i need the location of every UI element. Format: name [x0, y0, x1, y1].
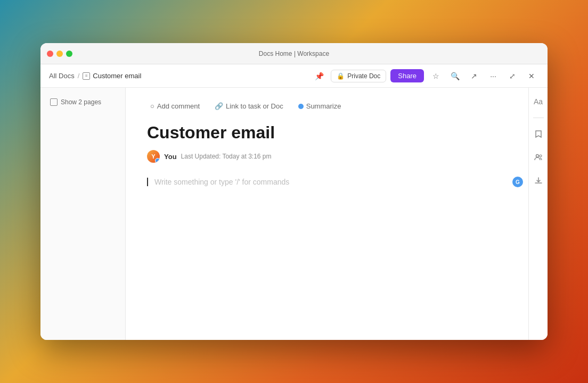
pin-icon-button[interactable]: 📌 — [312, 69, 326, 84]
bookmark-icon — [534, 130, 543, 138]
avatar: Y — [147, 150, 160, 163]
doc-body[interactable]: Write something or type '/' for commands… — [147, 176, 507, 188]
summarize-dot-icon — [298, 104, 304, 109]
window-title: Docs Home | Workspace — [259, 50, 329, 57]
pages-icon — [50, 98, 58, 106]
private-doc-label: Private Doc — [347, 72, 380, 80]
breadcrumb: All Docs / ≡ Customer email — [49, 72, 312, 80]
doc-meta: Y You Last Updated: Today at 3:16 pm — [147, 150, 507, 163]
link-icon: 🔗 — [215, 102, 223, 110]
more-options-button[interactable]: ··· — [486, 69, 501, 84]
format-icon-button[interactable]: Aa — [531, 94, 546, 109]
ai-indicator: G — [512, 177, 523, 187]
link-task-label: Link to task or Doc — [226, 102, 283, 110]
breadcrumb-current: ≡ Customer email — [83, 72, 141, 80]
share-button[interactable]: Share — [390, 69, 424, 82]
private-doc-button[interactable]: 🔒 Private Doc — [331, 70, 386, 82]
doc-placeholder: Write something or type '/' for commands — [154, 176, 289, 188]
text-cursor — [147, 178, 148, 186]
collaborators-button[interactable] — [531, 150, 546, 165]
summarize-button[interactable]: Summarize — [295, 101, 345, 112]
add-comment-button[interactable]: ○ Add comment — [147, 101, 203, 112]
sidebar-toggle-button[interactable]: ⤢ — [505, 69, 520, 84]
summarize-label: Summarize — [306, 102, 341, 110]
sidebar-star-button[interactable] — [531, 127, 546, 141]
avatar-badge — [155, 158, 160, 163]
toolbar-actions: 📌 🔒 Private Doc Share ☆ 🔍 ↗ ··· ⤢ ✕ — [312, 69, 539, 84]
document-title[interactable]: Customer email — [147, 122, 507, 143]
download-button[interactable] — [531, 173, 546, 188]
toolbar: All Docs / ≡ Customer email 📌 🔒 Private … — [40, 64, 548, 88]
users-icon — [534, 153, 543, 162]
traffic-lights — [47, 51, 72, 57]
doc-updated-label: Last Updated: Today at 3:16 pm — [181, 153, 272, 160]
doc-toolbar: ○ Add comment 🔗 Link to task or Doc Summ… — [147, 101, 507, 112]
doc-author: You — [164, 153, 177, 161]
left-sidebar: Show 2 pages — [40, 88, 126, 340]
link-task-button[interactable]: 🔗 Link to task or Doc — [211, 101, 287, 112]
breadcrumb-current-label: Customer email — [93, 72, 141, 80]
download-icon — [534, 177, 543, 185]
show-pages-label: Show 2 pages — [61, 98, 101, 106]
close-doc-button[interactable]: ✕ — [524, 69, 539, 84]
close-button[interactable] — [47, 51, 53, 57]
doc-icon: ≡ — [83, 72, 90, 80]
main-layout: Show 2 pages ○ Add comment 🔗 Link to tas… — [40, 88, 548, 340]
title-bar: Docs Home | Workspace — [40, 43, 548, 64]
fullscreen-button[interactable] — [66, 51, 72, 57]
comment-icon: ○ — [150, 102, 154, 110]
sidebar-divider — [533, 118, 544, 118]
doc-editor[interactable]: ○ Add comment 🔗 Link to task or Doc Summ… — [126, 88, 528, 340]
star-button[interactable]: ☆ — [428, 69, 443, 84]
content-area: ○ Add comment 🔗 Link to task or Doc Summ… — [126, 88, 548, 340]
breadcrumb-root[interactable]: All Docs — [49, 72, 75, 80]
svg-point-0 — [536, 155, 538, 157]
export-button[interactable]: ↗ — [467, 69, 481, 84]
lock-icon: 🔒 — [337, 72, 345, 80]
breadcrumb-separator: / — [78, 72, 80, 80]
right-sidebar: Aa — [528, 88, 548, 340]
svg-point-1 — [540, 155, 542, 157]
minimize-button[interactable] — [56, 51, 63, 57]
app-window: Docs Home | Workspace All Docs / ≡ Custo… — [40, 43, 548, 340]
show-pages-button[interactable]: Show 2 pages — [47, 96, 119, 108]
search-button[interactable]: 🔍 — [447, 69, 462, 84]
add-comment-label: Add comment — [157, 102, 200, 110]
